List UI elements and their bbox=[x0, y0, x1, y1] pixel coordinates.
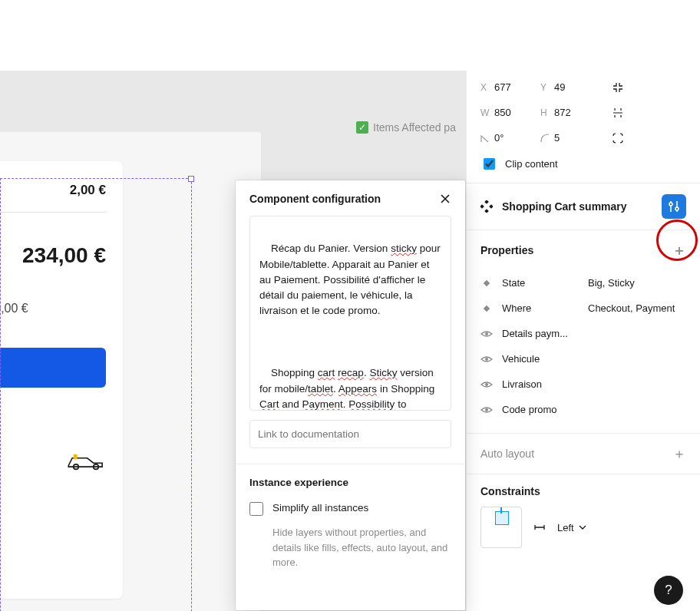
items-affected-badge: ✓ Items Affected pa bbox=[356, 121, 456, 134]
corner-radius-icon[interactable] bbox=[612, 133, 623, 144]
constraint-box[interactable] bbox=[480, 507, 522, 548]
constraints-section: Constraints Left bbox=[467, 474, 700, 559]
dim-rot-icon bbox=[480, 134, 494, 143]
properties-section: Properties ＋ StateBig, StickyWhereChecko… bbox=[467, 230, 700, 434]
svg-rect-12 bbox=[484, 305, 490, 311]
property-row[interactable]: Vehicule bbox=[480, 346, 686, 372]
check-icon: ✓ bbox=[356, 121, 368, 134]
component-name: Shopping Cart summary bbox=[502, 200, 652, 213]
simplify-all-row[interactable]: Simplify all instances bbox=[249, 502, 451, 516]
dim-rot-value[interactable]: 0° bbox=[494, 132, 540, 144]
clip-content-label: Clip content bbox=[505, 158, 558, 170]
svg-rect-2 bbox=[74, 454, 78, 460]
visibility-icon bbox=[480, 380, 493, 389]
svg-point-14 bbox=[485, 358, 488, 361]
price-big: 234,00 € bbox=[0, 243, 106, 268]
auto-layout-section: Auto layout ＋ bbox=[467, 434, 700, 474]
component-config-button[interactable] bbox=[662, 194, 686, 219]
property-row[interactable]: WhereCheckout, Payment bbox=[480, 296, 686, 321]
svg-point-8 bbox=[669, 203, 672, 206]
summary-card: 2,00 € 234,00 € ez 40,00 € hat* bbox=[0, 161, 123, 599]
resize-icon[interactable] bbox=[612, 107, 623, 118]
property-row[interactable]: StateBig, Sticky bbox=[480, 270, 686, 296]
help-button[interactable]: ? bbox=[654, 576, 683, 605]
svg-rect-5 bbox=[480, 204, 484, 209]
add-auto-layout-button[interactable]: ＋ bbox=[672, 444, 686, 463]
property-row[interactable]: Code promo bbox=[480, 397, 686, 422]
property-row[interactable]: Livraison bbox=[480, 372, 686, 397]
property-key: Livraison bbox=[502, 378, 579, 390]
dim-radius-value[interactable]: 5 bbox=[554, 132, 600, 144]
svg-rect-3 bbox=[484, 200, 489, 204]
component-section: Shopping Cart summary bbox=[467, 183, 700, 230]
constraints-title: Constraints bbox=[480, 485, 686, 497]
dim-radius-icon bbox=[540, 134, 554, 143]
description-textarea[interactable]: Récap du Panier. Version sticky pour Mob… bbox=[249, 216, 451, 411]
car-icon bbox=[66, 449, 106, 472]
items-affected-label: Items Affected pa bbox=[373, 121, 456, 134]
property-key: Details paym... bbox=[502, 328, 579, 339]
artboard: 2,00 € 234,00 € ez 40,00 € hat* bbox=[0, 132, 261, 611]
simplify-description: Hide layers without properties, and deta… bbox=[272, 525, 451, 570]
property-key: State bbox=[502, 277, 579, 289]
component-config-modal: Component configuration Récap du Panier.… bbox=[236, 180, 465, 610]
constraint-h-icon bbox=[534, 523, 545, 531]
modal-title: Component configuration bbox=[249, 193, 381, 205]
dim-y-label: Y bbox=[540, 82, 554, 93]
svg-rect-11 bbox=[484, 279, 490, 286]
inspector-panel: X 677 Y 49 W 850 H 872 0° 5 bbox=[466, 71, 700, 611]
dim-h-value[interactable]: 872 bbox=[554, 107, 600, 118]
dim-x-label: X bbox=[480, 82, 494, 93]
visibility-icon bbox=[480, 329, 493, 339]
instance-experience-title: Instance experience bbox=[249, 477, 451, 488]
variant-icon bbox=[480, 279, 493, 288]
svg-point-16 bbox=[485, 408, 488, 411]
add-property-button[interactable]: ＋ bbox=[672, 241, 686, 259]
link-doc-input[interactable] bbox=[249, 420, 451, 448]
collapse-icon[interactable] bbox=[612, 82, 623, 93]
save-line: ez 40,00 € bbox=[0, 302, 106, 315]
dim-w-label: W bbox=[480, 107, 494, 118]
clip-content-checkbox[interactable] bbox=[484, 158, 495, 170]
svg-rect-6 bbox=[489, 204, 493, 209]
property-key: Where bbox=[502, 302, 579, 314]
visibility-icon bbox=[480, 405, 493, 414]
svg-rect-4 bbox=[484, 209, 489, 213]
dim-y-value[interactable]: 49 bbox=[554, 81, 600, 93]
property-row[interactable]: Details paym... bbox=[480, 321, 686, 346]
component-icon bbox=[480, 200, 493, 213]
price-small: 2,00 € bbox=[0, 183, 106, 213]
simplify-checkbox[interactable] bbox=[249, 502, 263, 516]
dim-x-value[interactable]: 677 bbox=[494, 81, 540, 93]
cta-button[interactable] bbox=[0, 348, 106, 388]
close-icon[interactable] bbox=[439, 193, 451, 205]
dim-h-label: H bbox=[540, 107, 554, 118]
clip-content-row[interactable]: Clip content bbox=[480, 156, 686, 172]
property-value: Checkout, Payment bbox=[588, 302, 675, 314]
property-key: Code promo bbox=[502, 404, 579, 415]
property-key: Vehicule bbox=[502, 353, 579, 365]
chevron-down-icon bbox=[579, 525, 586, 530]
dimensions-section: X 677 Y 49 W 850 H 872 0° 5 bbox=[467, 71, 700, 183]
simplify-label: Simplify all instances bbox=[272, 502, 368, 514]
dim-w-value[interactable]: 850 bbox=[494, 107, 540, 118]
constraint-h-value: Left bbox=[557, 522, 574, 533]
constraint-h-dropdown[interactable]: Left bbox=[557, 522, 586, 533]
visibility-icon bbox=[480, 355, 493, 364]
variant-icon bbox=[480, 304, 493, 313]
properties-header: Properties bbox=[480, 244, 533, 256]
svg-point-15 bbox=[485, 383, 488, 386]
svg-point-13 bbox=[485, 332, 488, 335]
property-value: Big, Sticky bbox=[588, 277, 635, 289]
svg-point-10 bbox=[675, 207, 679, 210]
auto-layout-label: Auto layout bbox=[480, 448, 534, 460]
